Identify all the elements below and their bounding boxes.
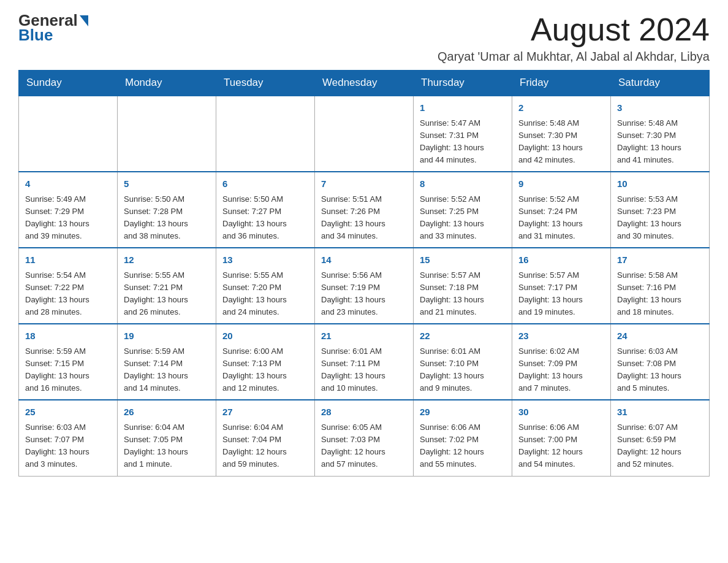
day-info: Sunrise: 5:57 AM Sunset: 7:17 PM Dayligh… — [518, 269, 604, 319]
day-info: Sunrise: 6:04 AM Sunset: 7:05 PM Dayligh… — [124, 421, 210, 471]
calendar-cell — [315, 96, 414, 172]
day-info: Sunrise: 5:49 AM Sunset: 7:29 PM Dayligh… — [25, 193, 111, 243]
calendar-cell: 18Sunrise: 5:59 AM Sunset: 7:15 PM Dayli… — [19, 324, 118, 400]
day-info: Sunrise: 5:50 AM Sunset: 7:28 PM Dayligh… — [124, 193, 210, 243]
calendar-cell: 29Sunrise: 6:06 AM Sunset: 7:02 PM Dayli… — [414, 400, 512, 476]
day-info: Sunrise: 5:57 AM Sunset: 7:18 PM Dayligh… — [420, 269, 506, 319]
day-number: 1 — [420, 101, 506, 115]
day-number: 13 — [222, 253, 308, 267]
day-number: 16 — [518, 253, 604, 267]
week-row-1: 1Sunrise: 5:47 AM Sunset: 7:31 PM Daylig… — [19, 96, 710, 172]
day-info: Sunrise: 5:52 AM Sunset: 7:25 PM Dayligh… — [420, 193, 506, 243]
day-info: Sunrise: 5:53 AM Sunset: 7:23 PM Dayligh… — [617, 193, 703, 243]
day-info: Sunrise: 5:59 AM Sunset: 7:15 PM Dayligh… — [25, 345, 111, 395]
day-number: 8 — [420, 177, 506, 191]
calendar-cell: 8Sunrise: 5:52 AM Sunset: 7:25 PM Daylig… — [414, 172, 512, 248]
day-number: 14 — [321, 253, 407, 267]
calendar-cell: 5Sunrise: 5:50 AM Sunset: 7:28 PM Daylig… — [118, 172, 216, 248]
logo-blue-text: Blue — [18, 27, 53, 43]
day-info: Sunrise: 5:56 AM Sunset: 7:19 PM Dayligh… — [321, 269, 407, 319]
calendar-cell: 2Sunrise: 5:48 AM Sunset: 7:30 PM Daylig… — [512, 96, 611, 172]
day-info: Sunrise: 5:50 AM Sunset: 7:27 PM Dayligh… — [222, 193, 308, 243]
col-header-saturday: Saturday — [611, 71, 710, 96]
calendar-cell: 20Sunrise: 6:00 AM Sunset: 7:13 PM Dayli… — [216, 324, 315, 400]
day-info: Sunrise: 6:01 AM Sunset: 7:11 PM Dayligh… — [321, 345, 407, 395]
day-number: 18 — [25, 329, 111, 343]
day-number: 2 — [518, 101, 604, 115]
col-header-friday: Friday — [512, 71, 611, 96]
calendar-cell: 12Sunrise: 5:55 AM Sunset: 7:21 PM Dayli… — [118, 248, 216, 324]
calendar-cell: 25Sunrise: 6:03 AM Sunset: 7:07 PM Dayli… — [19, 400, 118, 476]
logo-arrow-icon — [80, 15, 88, 26]
logo: General Blue — [18, 12, 88, 43]
day-info: Sunrise: 6:03 AM Sunset: 7:08 PM Dayligh… — [617, 345, 703, 395]
day-info: Sunrise: 6:07 AM Sunset: 6:59 PM Dayligh… — [617, 421, 703, 471]
calendar-cell: 13Sunrise: 5:55 AM Sunset: 7:20 PM Dayli… — [216, 248, 315, 324]
day-info: Sunrise: 6:00 AM Sunset: 7:13 PM Dayligh… — [222, 345, 308, 395]
header: General Blue August 2024 Qaryat 'Umar al… — [18, 12, 710, 64]
day-info: Sunrise: 6:03 AM Sunset: 7:07 PM Dayligh… — [25, 421, 111, 471]
location-subtitle: Qaryat 'Umar al Mukhtar, Al Jabal al Akh… — [438, 50, 710, 64]
calendar-cell: 14Sunrise: 5:56 AM Sunset: 7:19 PM Dayli… — [315, 248, 414, 324]
day-info: Sunrise: 6:01 AM Sunset: 7:10 PM Dayligh… — [420, 345, 506, 395]
calendar-table: SundayMondayTuesdayWednesdayThursdayFrid… — [18, 70, 710, 476]
calendar-cell: 26Sunrise: 6:04 AM Sunset: 7:05 PM Dayli… — [118, 400, 216, 476]
col-header-monday: Monday — [118, 71, 216, 96]
day-number: 28 — [321, 405, 407, 419]
day-number: 26 — [124, 405, 210, 419]
day-info: Sunrise: 5:59 AM Sunset: 7:14 PM Dayligh… — [124, 345, 210, 395]
month-title: August 2024 — [438, 12, 710, 47]
calendar-cell: 6Sunrise: 5:50 AM Sunset: 7:27 PM Daylig… — [216, 172, 315, 248]
day-number: 3 — [617, 101, 703, 115]
day-number: 23 — [518, 329, 604, 343]
calendar-cell: 3Sunrise: 5:48 AM Sunset: 7:30 PM Daylig… — [611, 96, 710, 172]
calendar-cell: 16Sunrise: 5:57 AM Sunset: 7:17 PM Dayli… — [512, 248, 611, 324]
calendar-cell: 1Sunrise: 5:47 AM Sunset: 7:31 PM Daylig… — [414, 96, 512, 172]
day-number: 25 — [25, 405, 111, 419]
calendar-cell: 30Sunrise: 6:06 AM Sunset: 7:00 PM Dayli… — [512, 400, 611, 476]
calendar-cell: 15Sunrise: 5:57 AM Sunset: 7:18 PM Dayli… — [414, 248, 512, 324]
day-info: Sunrise: 6:04 AM Sunset: 7:04 PM Dayligh… — [222, 421, 308, 471]
day-number: 17 — [617, 253, 703, 267]
calendar-cell: 9Sunrise: 5:52 AM Sunset: 7:24 PM Daylig… — [512, 172, 611, 248]
day-info: Sunrise: 6:06 AM Sunset: 7:02 PM Dayligh… — [420, 421, 506, 471]
day-info: Sunrise: 5:51 AM Sunset: 7:26 PM Dayligh… — [321, 193, 407, 243]
day-number: 29 — [420, 405, 506, 419]
calendar-cell — [118, 96, 216, 172]
calendar-cell: 28Sunrise: 6:05 AM Sunset: 7:03 PM Dayli… — [315, 400, 414, 476]
calendar-cell: 23Sunrise: 6:02 AM Sunset: 7:09 PM Dayli… — [512, 324, 611, 400]
day-info: Sunrise: 5:47 AM Sunset: 7:31 PM Dayligh… — [420, 117, 506, 167]
day-number: 24 — [617, 329, 703, 343]
calendar-cell: 19Sunrise: 5:59 AM Sunset: 7:14 PM Dayli… — [118, 324, 216, 400]
week-row-3: 11Sunrise: 5:54 AM Sunset: 7:22 PM Dayli… — [19, 248, 710, 324]
day-info: Sunrise: 6:02 AM Sunset: 7:09 PM Dayligh… — [518, 345, 604, 395]
day-number: 30 — [518, 405, 604, 419]
day-number: 10 — [617, 177, 703, 191]
day-number: 15 — [420, 253, 506, 267]
day-info: Sunrise: 5:55 AM Sunset: 7:21 PM Dayligh… — [124, 269, 210, 319]
calendar-cell: 17Sunrise: 5:58 AM Sunset: 7:16 PM Dayli… — [611, 248, 710, 324]
col-header-thursday: Thursday — [414, 71, 512, 96]
day-number: 27 — [222, 405, 308, 419]
day-info: Sunrise: 6:06 AM Sunset: 7:00 PM Dayligh… — [518, 421, 604, 471]
col-header-sunday: Sunday — [19, 71, 118, 96]
col-header-wednesday: Wednesday — [315, 71, 414, 96]
calendar-cell — [19, 96, 118, 172]
calendar-cell: 27Sunrise: 6:04 AM Sunset: 7:04 PM Dayli… — [216, 400, 315, 476]
day-number: 11 — [25, 253, 111, 267]
week-row-2: 4Sunrise: 5:49 AM Sunset: 7:29 PM Daylig… — [19, 172, 710, 248]
calendar-cell: 4Sunrise: 5:49 AM Sunset: 7:29 PM Daylig… — [19, 172, 118, 248]
day-number: 12 — [124, 253, 210, 267]
week-row-5: 25Sunrise: 6:03 AM Sunset: 7:07 PM Dayli… — [19, 400, 710, 476]
day-info: Sunrise: 6:05 AM Sunset: 7:03 PM Dayligh… — [321, 421, 407, 471]
calendar-cell — [216, 96, 315, 172]
calendar-cell: 31Sunrise: 6:07 AM Sunset: 6:59 PM Dayli… — [611, 400, 710, 476]
calendar-cell: 11Sunrise: 5:54 AM Sunset: 7:22 PM Dayli… — [19, 248, 118, 324]
calendar-cell: 7Sunrise: 5:51 AM Sunset: 7:26 PM Daylig… — [315, 172, 414, 248]
day-info: Sunrise: 5:48 AM Sunset: 7:30 PM Dayligh… — [617, 117, 703, 167]
day-number: 5 — [124, 177, 210, 191]
calendar-cell: 22Sunrise: 6:01 AM Sunset: 7:10 PM Dayli… — [414, 324, 512, 400]
calendar-cell: 10Sunrise: 5:53 AM Sunset: 7:23 PM Dayli… — [611, 172, 710, 248]
day-info: Sunrise: 5:55 AM Sunset: 7:20 PM Dayligh… — [222, 269, 308, 319]
day-number: 20 — [222, 329, 308, 343]
